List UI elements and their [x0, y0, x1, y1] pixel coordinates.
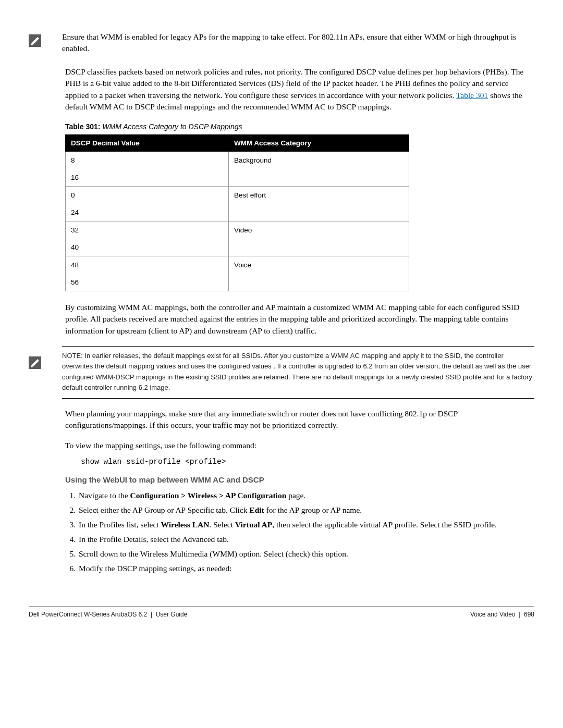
table-row: 40 [66, 239, 409, 256]
cell-cat: Background [228, 151, 409, 169]
table-row: 8Background [66, 151, 409, 169]
table-header-wmm: WMM Access Category [228, 134, 409, 151]
cell-cat: Video [228, 221, 409, 239]
upgrade-note: NOTE: In earlier releases, the default m… [29, 346, 534, 399]
command-intro: To view the mapping settings, use the fo… [65, 441, 534, 450]
edit-label: Edit [249, 505, 264, 514]
step-6: Modify the DSCP mapping settings, as nee… [78, 562, 534, 575]
cell-cat [228, 239, 409, 256]
table-header-dscp: DSCP Decimal Value [66, 134, 229, 151]
table-row: 56 [66, 274, 409, 291]
cell-cat: Voice [228, 256, 409, 274]
cell-dscp: 8 [66, 151, 229, 169]
cell-cat: Best effort [228, 186, 409, 204]
command-code: show wlan ssid-profile <profile> [81, 458, 534, 466]
cell-dscp: 32 [66, 221, 229, 239]
table-row: 24 [66, 204, 409, 221]
nav-path: Configuration > Wireless > AP Configurat… [130, 491, 287, 500]
para-text-pre: DSCP classifies packets based on network… [65, 67, 523, 100]
footer-right: Voice and Video | 698 [470, 611, 534, 618]
note-content: NOTE: In earlier releases, the default m… [62, 346, 534, 399]
note-icon [29, 34, 41, 47]
page-footer: Dell PowerConnect W-Series ArubaOS 6.2 |… [29, 606, 534, 618]
step-5: Scroll down to the Wireless Multimedia (… [78, 548, 534, 560]
table-label: Table 301: [65, 122, 100, 131]
table-row: 48Voice [66, 256, 409, 274]
table-title: WMM Access Category to DSCP Mappings [100, 122, 242, 131]
step-2: Select either the AP Group or AP Specifi… [78, 504, 534, 516]
table-row: 0Best effort [66, 186, 409, 204]
note-text: Ensure that WMM is enabled for legacy AP… [62, 31, 534, 55]
planning-paragraph: When planning your mappings, make sure t… [65, 408, 534, 431]
cell-dscp: 56 [66, 274, 229, 291]
table-row: 16 [66, 169, 409, 187]
virtual-ap-label: Virtual AP [235, 520, 272, 529]
footer-left: Dell PowerConnect W-Series ArubaOS 6.2 |… [29, 611, 187, 618]
document-page: Ensure that WMM is enabled for legacy AP… [0, 0, 563, 634]
cell-cat [228, 274, 409, 291]
note-wmm-enabled: Ensure that WMM is enabled for legacy AP… [29, 31, 534, 55]
cell-dscp: 24 [66, 204, 229, 221]
cell-dscp: 0 [66, 186, 229, 204]
table-caption: Table 301: WMM Access Category to DSCP M… [65, 122, 534, 131]
note-icon [29, 356, 41, 369]
customizing-paragraph: By customizing WMM AC mappings, both the… [65, 302, 534, 337]
dscp-intro-paragraph: DSCP classifies packets based on network… [65, 66, 534, 113]
table-row: 32Video [66, 221, 409, 239]
cell-dscp: 16 [66, 169, 229, 187]
cell-cat [228, 169, 409, 187]
wireless-lan-label: Wireless LAN [161, 520, 210, 529]
steps-list: Navigate to the Configuration > Wireless… [65, 489, 534, 575]
cell-dscp: 40 [66, 239, 229, 256]
cell-dscp: 48 [66, 256, 229, 274]
section-heading: Using the WebUI to map between WMM AC an… [65, 475, 534, 484]
table-301-link[interactable]: Table 301 [456, 91, 488, 100]
cell-cat [228, 204, 409, 221]
step-4: In the Profile Details, select the Advan… [78, 533, 534, 546]
wmm-dscp-table: DSCP Decimal Value WMM Access Category 8… [65, 134, 409, 291]
step-1: Navigate to the Configuration > Wireless… [78, 489, 534, 502]
step-3: In the Profiles list, select Wireless LA… [78, 519, 534, 531]
